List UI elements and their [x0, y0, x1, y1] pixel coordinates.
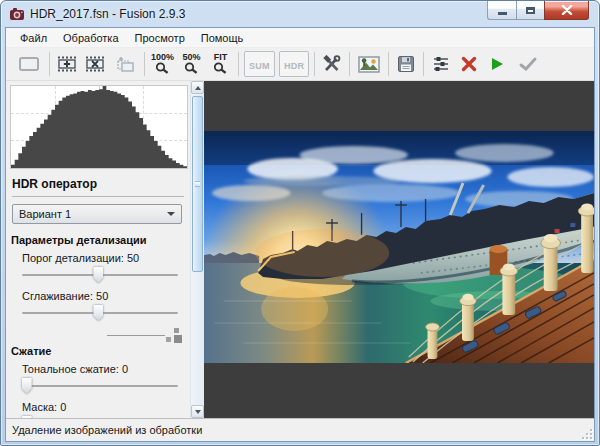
save-button[interactable]	[393, 50, 419, 78]
section-splitter[interactable]	[6, 328, 182, 343]
toolbar-separator	[388, 52, 389, 76]
toolbar: 100% 50% FIT SUM HDR	[6, 48, 594, 81]
align-images-icon	[114, 55, 136, 73]
splitter-square	[174, 328, 179, 333]
status-text: Удаление изображений из обработки	[12, 424, 202, 436]
run-icon	[489, 56, 505, 72]
zoom-fit-label: FIT	[214, 53, 228, 62]
preview-image-button[interactable]	[354, 50, 384, 78]
chevron-down-icon	[167, 212, 175, 216]
add-images-icon	[56, 55, 78, 73]
slider-thumb[interactable]	[93, 305, 103, 321]
save-icon	[397, 55, 415, 73]
hdr-label: HDR	[284, 61, 304, 71]
scroll-down-button[interactable]	[191, 405, 204, 418]
threshold-slider[interactable]	[22, 266, 178, 284]
apply-icon	[518, 56, 538, 72]
threshold-slider-label: Порог детализации: 50	[22, 252, 190, 264]
maximize-button[interactable]	[516, 1, 544, 20]
apply-button[interactable]	[512, 50, 544, 78]
compression-section-heading: Сжатие	[11, 345, 190, 357]
add-images-button[interactable]	[54, 50, 80, 78]
toolbar-separator	[238, 52, 239, 76]
close-icon	[561, 5, 573, 15]
tonal-slider-label: Тональное сжатие: 0	[22, 363, 190, 375]
slider-thumb[interactable]	[22, 378, 32, 394]
tonal-slider[interactable]	[22, 377, 178, 395]
menu-view[interactable]: Просмотр	[127, 29, 193, 47]
detail-section-heading: Параметры детализации	[11, 234, 190, 246]
menubar: Файл Обработка Просмотр Помощь	[6, 28, 594, 48]
slider-thumb[interactable]	[93, 267, 103, 283]
hdr-button[interactable]: HDR	[279, 51, 309, 77]
settings-panel: HDR оператор Вариант 1 Параметры детализ…	[6, 81, 190, 418]
delete-icon	[460, 56, 478, 72]
zoom-100-icon	[155, 62, 170, 75]
zoom-fit-icon	[213, 62, 228, 75]
menu-processing[interactable]: Обработка	[55, 29, 126, 47]
content-area: HDR оператор Вариант 1 Параметры детализ…	[6, 81, 594, 418]
sum-label: SUM	[249, 61, 270, 71]
splitter-square	[166, 337, 171, 342]
scroll-up-button[interactable]	[191, 81, 204, 94]
hdr-operator-heading: HDR оператор	[12, 177, 184, 197]
scrollbar-grip	[195, 181, 200, 187]
client-area: Файл Обработка Просмотр Помощь	[5, 27, 595, 442]
tools-icon	[322, 55, 342, 73]
caption-buttons	[487, 1, 589, 20]
zoom-50-label: 50%	[182, 53, 200, 62]
toolbar-separator	[314, 52, 315, 76]
sum-button[interactable]: SUM	[244, 51, 275, 77]
toolbar-separator	[49, 52, 50, 76]
app-window: HDR_2017.fsn - Fusion 2.9.3 Файл Обработ…	[0, 0, 600, 446]
window-title: HDR_2017.fsn - Fusion 2.9.3	[30, 7, 185, 21]
run-button[interactable]	[484, 50, 510, 78]
smoothing-slider[interactable]	[22, 304, 178, 322]
minimize-button[interactable]	[487, 1, 516, 20]
image-canvas[interactable]	[204, 81, 594, 418]
splitter-square	[174, 335, 182, 343]
slider-track[interactable]	[22, 385, 178, 387]
close-button[interactable]	[544, 1, 589, 20]
splitter-line	[107, 335, 165, 336]
zoom-fit-button[interactable]: FIT	[207, 50, 234, 78]
toolbar-separator	[144, 52, 145, 76]
variant-select[interactable]: Вариант 1	[12, 204, 182, 224]
photo-preview[interactable]	[204, 131, 594, 363]
zoom-50-icon	[184, 62, 199, 75]
variant-value: Вариант 1	[19, 208, 167, 220]
delete-button[interactable]	[456, 50, 482, 78]
mask-slider-label: Маска: 0	[22, 401, 190, 413]
app-icon	[9, 6, 25, 22]
zoom-100-button[interactable]: 100%	[149, 50, 176, 78]
panel-scrollbar[interactable]	[190, 81, 204, 418]
maximize-icon	[526, 7, 535, 14]
histogram-plot	[11, 86, 187, 168]
arrow-up-icon	[195, 86, 201, 90]
arrow-down-icon	[195, 410, 201, 414]
zoom-50-button[interactable]: 50%	[178, 50, 205, 78]
toolbar-separator	[349, 52, 350, 76]
histogram	[10, 85, 188, 169]
minimize-icon	[498, 12, 507, 15]
preview-image-icon	[358, 56, 380, 73]
resize-grip[interactable]	[581, 428, 592, 439]
remove-images-icon	[84, 55, 106, 73]
menu-file[interactable]: Файл	[12, 29, 55, 47]
scrollbar-thumb[interactable]	[192, 96, 203, 272]
remove-images-button[interactable]	[82, 50, 108, 78]
frame-tool-icon	[18, 56, 40, 72]
tools-button[interactable]	[319, 50, 345, 78]
scrollbar-track[interactable]	[191, 94, 204, 405]
adjustments-button[interactable]	[428, 50, 454, 78]
toolbar-separator	[423, 52, 424, 76]
frame-tool-button[interactable]	[13, 50, 45, 78]
adjustments-icon	[432, 56, 450, 72]
statusbar: Удаление изображений из обработки	[6, 418, 594, 441]
smoothing-slider-label: Сглаживание: 50	[22, 290, 190, 302]
menu-help[interactable]: Помощь	[193, 29, 252, 47]
zoom-100-label: 100%	[151, 53, 174, 62]
align-images-button[interactable]	[110, 50, 140, 78]
